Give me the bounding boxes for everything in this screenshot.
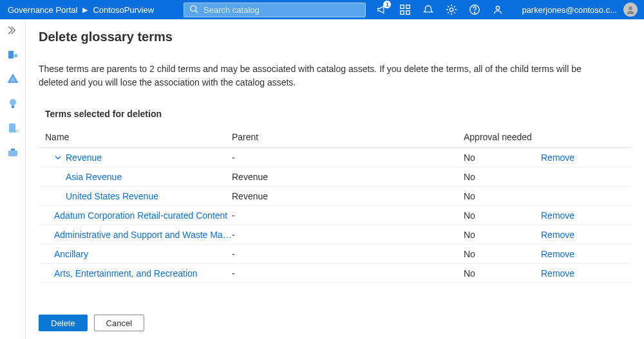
svg-rect-17 [8,151,17,156]
term-name-link[interactable]: Ancillary [54,249,88,259]
page-title: Delete glossary terms [39,30,631,44]
cancel-button[interactable]: Cancel [94,315,144,331]
term-approval: No [464,206,541,225]
badge-count: 1 [383,1,391,8]
term-name-link[interactable]: Arts, Entertainment, and Recreation [54,268,198,279]
svg-rect-5 [406,11,410,14]
svg-marker-13 [8,75,17,82]
term-parent: - [232,244,464,264]
svg-rect-18 [11,149,15,151]
column-header-approval[interactable]: Approval needed [464,127,541,148]
svg-point-8 [475,12,475,13]
term-name-link[interactable]: Asia Revenue [66,172,122,182]
remove-link[interactable]: Remove [541,249,574,259]
terms-table: Name Parent Approval needed Revenue-NoRe… [39,127,631,283]
breadcrumb: Governance Portal ▶ ContosoPurview [0,5,154,15]
table-row: United States RevenueRevenueNo [39,187,631,206]
feedback-icon[interactable] [492,4,504,15]
page-description: These terms are parents to 2 child terms… [39,62,612,89]
remove-link[interactable]: Remove [541,268,574,279]
expand-nav-icon[interactable] [7,24,19,36]
remove-link[interactable]: Remove [541,230,574,240]
term-name-link[interactable]: Adatum Corporation Retail-curated Conten… [54,210,227,221]
table-row: Administrative and Support and Waste Man… [39,225,631,244]
term-name-link[interactable]: Revenue [66,152,102,163]
breadcrumb-root[interactable]: Governance Portal [8,5,77,15]
svg-point-14 [10,99,16,105]
svg-point-6 [450,8,453,11]
svg-point-10 [629,6,632,10]
column-header-name[interactable]: Name [39,127,232,148]
delete-button[interactable]: Delete [39,315,88,331]
table-row: Ancillary-NoRemove [39,244,631,264]
chevron-right-icon: ▶ [82,6,88,14]
term-approval: No [464,225,541,244]
term-approval: No [464,264,541,283]
table-row: Revenue-NoRemove [39,148,631,167]
svg-rect-12 [14,54,17,57]
term-name-link[interactable]: United States Revenue [66,191,158,201]
svg-rect-2 [401,5,404,8]
term-approval: No [464,167,541,187]
table-row: Asia RevenueRevenueNo [39,167,631,187]
svg-rect-11 [8,51,14,59]
nav-insights-icon[interactable] [7,98,19,109]
user-email: parkerjones@contoso.c... [522,5,617,15]
table-row: Adatum Corporation Retail-curated Conten… [39,206,631,225]
term-approval: No [464,244,541,264]
apps-icon[interactable] [399,4,411,15]
megaphone-icon[interactable]: 1 [376,4,388,15]
nav-data-catalog-icon[interactable] [7,49,19,60]
topbar-actions: 1 parkerjones@contoso.c... [376,3,644,17]
search-box[interactable] [184,3,366,17]
dialog-footer: Delete Cancel [39,303,631,331]
term-approval: No [464,187,541,206]
side-nav [0,19,26,339]
table-row: Arts, Entertainment, and Recreation-NoRe… [39,264,631,283]
svg-rect-4 [401,11,404,14]
user-menu[interactable]: parkerjones@contoso.c... [515,3,638,17]
remove-link[interactable]: Remove [541,152,574,163]
help-icon[interactable] [469,4,480,15]
term-parent: - [232,264,464,283]
term-parent: - [232,225,464,244]
avatar [623,3,638,17]
chevron-down-icon[interactable] [54,154,62,161]
svg-rect-16 [9,124,15,133]
svg-point-9 [497,6,500,10]
section-title: Terms selected for deletion [39,109,631,119]
svg-line-1 [196,10,198,13]
svg-point-0 [191,5,196,11]
term-parent: Revenue [232,167,464,187]
term-parent: - [232,148,464,167]
bell-icon[interactable] [422,4,434,15]
svg-rect-15 [12,105,14,108]
top-nav-bar: Governance Portal ▶ ContosoPurview 1 [0,0,644,19]
term-approval: No [464,148,541,167]
breadcrumb-current[interactable]: ContosoPurview [93,5,154,15]
remove-link[interactable]: Remove [541,210,574,221]
svg-rect-3 [406,5,410,8]
term-parent: Revenue [232,187,464,206]
nav-data-map-icon[interactable] [7,73,19,85]
nav-policy-icon[interactable] [7,122,19,134]
search-input[interactable] [204,5,360,15]
term-parent: - [232,206,464,225]
nav-management-icon[interactable] [7,147,19,158]
term-name-link[interactable]: Administrative and Support and Waste Man… [54,230,232,240]
search-icon [189,5,198,15]
gear-icon[interactable] [446,4,457,15]
column-header-parent[interactable]: Parent [232,127,464,148]
